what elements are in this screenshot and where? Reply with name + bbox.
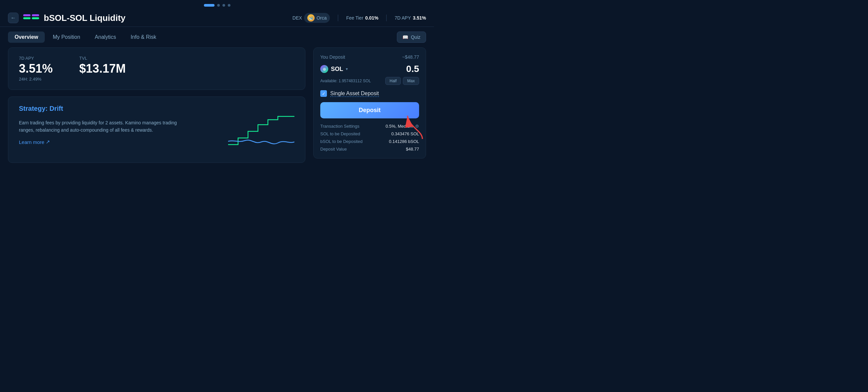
sol-token-icon: ◎ <box>320 65 328 73</box>
nav-dot-1[interactable] <box>204 4 215 7</box>
dex-label: DEX <box>292 15 302 21</box>
stats-card: 7D APY 3.51% 24H: 2.49% TVL $13.17M <box>8 48 305 90</box>
orca-icon: 🐋 <box>307 14 315 22</box>
deposit-button-container: Deposit <box>320 102 419 124</box>
tx-settings-value: 0.5%, Medium ⚙ <box>385 124 419 129</box>
left-panel: 7D APY 3.51% 24H: 2.49% TVL $13.17M Stra… <box>8 48 313 163</box>
tx-settings-label: Transaction Settings <box>320 124 360 129</box>
tvl-stat: TVL $13.17M <box>79 56 126 82</box>
sol-deposited-row: SOL to be Deposited 0.343476 SOL <box>320 131 419 136</box>
page-title: bSOL-SOL Liquidity <box>44 13 126 23</box>
deposit-button[interactable]: Deposit <box>320 102 419 118</box>
tab-info-risk[interactable]: Info & Risk <box>124 31 163 43</box>
apy-stat-label: 7D APY <box>19 56 53 61</box>
apy-info: 7D APY 3.51% <box>395 15 426 21</box>
quiz-button[interactable]: 📖 Quiz <box>397 31 426 43</box>
single-asset-deposit-row: ✓ Single Asset Deposit <box>320 90 419 97</box>
strategy-description: Earn trading fees by providing liquidity… <box>19 119 178 134</box>
tab-my-position[interactable]: My Position <box>46 31 87 43</box>
bsol-deposited-row: bSOL to be Deposited 0.141286 bSOL <box>320 139 419 144</box>
tab-navigation: Overview My Position Analytics Info & Ri… <box>0 27 434 48</box>
right-panel: You Deposit ~$48.77 ◎ SOL ▾ 0.5 Availabl… <box>313 48 426 163</box>
deposit-usd-amount: ~$48.77 <box>402 54 419 60</box>
pool-logo-svg <box>23 13 39 23</box>
tabs-container: Overview My Position Analytics Info & Ri… <box>8 31 163 43</box>
strategy-label: Strategy: <box>19 105 48 112</box>
chart-svg <box>228 115 294 155</box>
tab-analytics[interactable]: Analytics <box>88 31 123 43</box>
apy-value: 3.51% <box>413 15 426 21</box>
svg-rect-0 <box>23 14 31 16</box>
book-icon: 📖 <box>403 34 408 40</box>
top-navigation <box>0 0 434 9</box>
learn-more-label: Learn more <box>19 139 44 145</box>
amount-action-buttons: Half Max <box>385 77 419 85</box>
apy-stat: 7D APY 3.51% 24H: 2.49% <box>19 56 53 82</box>
apy-stat-value: 3.51% <box>19 62 53 75</box>
available-row: Available: 1.957483112 SOL Half Max <box>320 77 419 85</box>
tx-settings-row: Transaction Settings 0.5%, Medium ⚙ <box>320 124 419 129</box>
header-right: DEX 🐋 Orca Fee Tier 0.01% 7D APY 3.51% <box>292 13 426 23</box>
chevron-down-icon: ▾ <box>346 67 348 71</box>
strategy-card: Strategy: Drift Earn trading fees by pro… <box>8 96 305 163</box>
tab-overview[interactable]: Overview <box>8 31 45 43</box>
strategy-highlight: Drift <box>50 105 63 112</box>
separator-1 <box>338 14 338 21</box>
bsol-deposited-value: 0.141286 bSOL <box>389 139 419 144</box>
deposit-value-value: $48.77 <box>406 147 419 152</box>
nav-dot-3[interactable] <box>222 4 225 7</box>
learn-more-icon: ↗ <box>46 139 50 145</box>
strategy-title: Strategy: Drift <box>19 105 294 113</box>
sol-deposited-label: SOL to be Deposited <box>320 131 360 136</box>
deposit-header: You Deposit ~$48.77 <box>320 54 419 60</box>
gear-icon[interactable]: ⚙ <box>415 124 419 129</box>
strategy-chart <box>228 115 294 155</box>
quiz-label: Quiz <box>411 34 421 40</box>
fee-tier-label: Fee Tier <box>346 15 363 21</box>
token-name: SOL <box>331 66 343 72</box>
apy-stat-sub: 24H: 2.49% <box>19 77 53 82</box>
tvl-stat-label: TVL <box>79 56 126 61</box>
tvl-stat-value: $13.17M <box>79 62 126 75</box>
dex-name: Orca <box>317 15 327 21</box>
apy-label: 7D APY <box>395 15 411 21</box>
single-asset-checkbox[interactable]: ✓ <box>320 90 327 97</box>
svg-rect-3 <box>32 17 39 19</box>
deposit-input-value[interactable]: 0.5 <box>406 64 419 74</box>
deposit-input-row: ◎ SOL ▾ 0.5 <box>320 64 419 74</box>
half-button[interactable]: Half <box>385 77 401 85</box>
back-button[interactable]: ← <box>8 12 19 23</box>
deposit-panel: You Deposit ~$48.77 ◎ SOL ▾ 0.5 Availabl… <box>313 48 426 158</box>
bsol-deposited-label: bSOL to be Deposited <box>320 139 362 144</box>
deposit-value-row: Deposit Value $48.77 <box>320 147 419 152</box>
nav-dot-2[interactable] <box>217 4 220 7</box>
pool-logo <box>23 13 39 23</box>
available-balance: Available: 1.957483112 SOL <box>320 79 371 83</box>
header-left: ← bSOL-SOL Liquidity <box>8 12 126 23</box>
sol-deposited-value: 0.343476 SOL <box>391 131 419 136</box>
orca-badge: 🐋 Orca <box>304 13 330 23</box>
page-header: ← bSOL-SOL Liquidity DEX 🐋 Orca Fee Tier… <box>0 9 434 27</box>
nav-dot-4[interactable] <box>228 4 230 7</box>
max-button[interactable]: Max <box>403 77 419 85</box>
dex-info: DEX 🐋 Orca <box>292 13 330 23</box>
fee-tier-info: Fee Tier 0.01% <box>346 15 378 21</box>
main-content: 7D APY 3.51% 24H: 2.49% TVL $13.17M Stra… <box>0 48 434 163</box>
back-icon: ← <box>10 15 16 21</box>
transaction-details: Transaction Settings 0.5%, Medium ⚙ SOL … <box>320 124 419 152</box>
svg-rect-2 <box>32 14 39 16</box>
single-asset-label: Single Asset Deposit <box>330 91 379 97</box>
svg-rect-1 <box>23 17 31 19</box>
deposit-value-label: Deposit Value <box>320 147 347 152</box>
tx-settings-val-text: 0.5%, Medium <box>385 124 413 129</box>
fee-tier-value: 0.01% <box>365 15 379 21</box>
token-selector[interactable]: ◎ SOL ▾ <box>320 65 348 73</box>
you-deposit-label: You Deposit <box>320 54 345 60</box>
separator-2 <box>386 14 386 21</box>
